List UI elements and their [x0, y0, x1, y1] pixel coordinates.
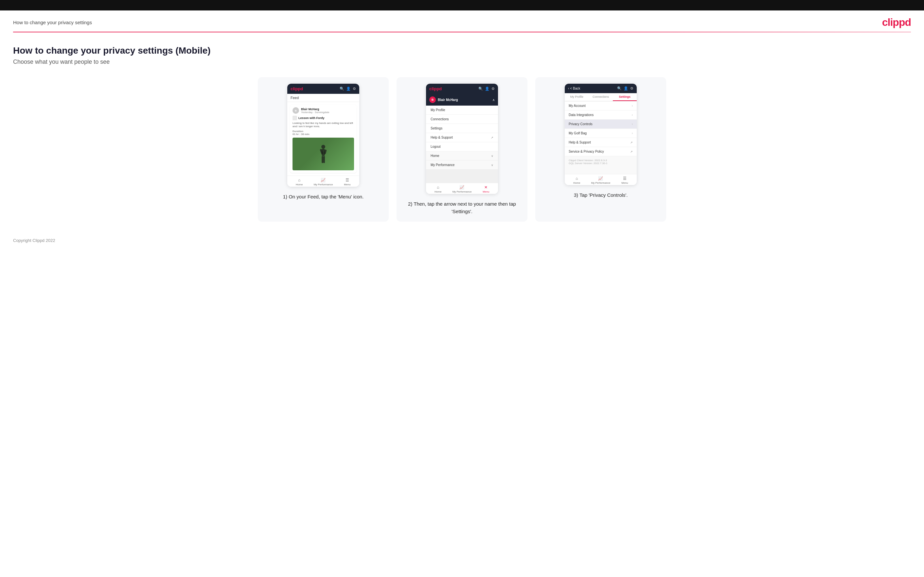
post-header: B Blair McHarg Yesterday · Sunningdale	[292, 107, 354, 114]
bottom-home: ⌂ Home	[287, 178, 311, 186]
phone-3-nav-icons: 🔍 👤 ⚙	[617, 86, 633, 90]
menu-item-connections[interactable]: Connections	[426, 115, 498, 124]
settings-back-bar: ‹ < Back 🔍 👤 ⚙	[565, 84, 637, 93]
settings-item-account[interactable]: My Account ›	[565, 102, 637, 111]
post-title-row: Lesson with Fordy	[292, 116, 354, 120]
phone-3-bottom-bar: ⌂ Home 📈 My Performance ☰ Menu	[565, 174, 637, 185]
logo: clippd	[882, 16, 911, 29]
search-icon-3: 🔍	[617, 86, 622, 90]
phone-2-logo: clippd	[429, 86, 442, 91]
menu-icon: ☰	[346, 178, 349, 182]
settings-spacer	[565, 168, 637, 174]
bottom-home-3: ⌂ Home	[565, 176, 589, 184]
header: How to change your privacy settings clip…	[0, 10, 924, 32]
chevron-right-icon-3: ›	[632, 122, 633, 126]
steps-container: clippd 🔍 👤 ⚙ Feed B Blair McHarg	[13, 77, 911, 222]
bottom-performance: 📈 My Performance	[311, 178, 335, 186]
tab-settings[interactable]: Settings	[613, 93, 637, 101]
phone-1-nav: clippd 🔍 👤 ⚙	[287, 84, 359, 94]
menu-user-left: B Blair McHarg	[429, 97, 458, 103]
menu-item-settings[interactable]: Settings	[426, 124, 498, 133]
close-icon: ✕	[484, 185, 488, 190]
bottom-performance-3: 📈 My Performance	[589, 176, 612, 184]
feed-post: B Blair McHarg Yesterday · Sunningdale L…	[290, 105, 357, 173]
home-icon-3: ⌂	[575, 176, 578, 181]
settings-icon-2: ⚙	[491, 87, 495, 91]
chevron-up-icon: ∧	[493, 98, 495, 102]
performance-icon: 📈	[321, 178, 326, 182]
phone-1-logo: clippd	[291, 86, 303, 91]
settings-item-help[interactable]: Help & Support ↗	[565, 138, 637, 147]
search-icon: 🔍	[340, 87, 344, 91]
step-1-card: clippd 🔍 👤 ⚙ Feed B Blair McHarg	[258, 77, 389, 222]
menu-item-help[interactable]: Help & Support ↗	[426, 133, 498, 142]
external-icon-3: ↗	[630, 150, 633, 153]
post-title: Lesson with Fordy	[299, 116, 325, 120]
post-user-sub: Yesterday · Sunningdale	[301, 111, 329, 114]
step-3-caption: 3) Tap 'Privacy Controls'.	[574, 192, 628, 199]
version-info: Clippd Client Version: 2022.8.3-3 GQL Se…	[565, 156, 637, 168]
chevron-down-icon: ∨	[491, 154, 493, 158]
menu-icon-3: ☰	[623, 176, 627, 181]
settings-item-privacy-policy[interactable]: Service & Privacy Policy ↗	[565, 147, 637, 156]
performance-icon-3: 📈	[598, 176, 603, 181]
breadcrumb: How to change your privacy settings	[13, 19, 92, 25]
home-icon-2: ⌂	[437, 185, 439, 190]
phone-1-nav-icons: 🔍 👤 ⚙	[340, 87, 356, 91]
settings-tabs: My Profile Connections Settings	[565, 93, 637, 102]
menu-section-performance[interactable]: My Performance ∨	[426, 161, 498, 170]
user-icon-3: 👤	[624, 86, 628, 90]
chevron-right-icon-4: ›	[632, 131, 633, 135]
top-bar	[0, 0, 924, 10]
menu-spacer	[426, 170, 498, 183]
page-title: How to change your privacy settings (Mob…	[13, 45, 911, 56]
golfer-silhouette	[315, 144, 331, 170]
step-3-phone: ‹ < Back 🔍 👤 ⚙ My Profile Connect	[565, 84, 637, 185]
back-button[interactable]: ‹ < Back	[568, 87, 580, 90]
chevron-down-icon-2: ∨	[491, 163, 493, 167]
chevron-right-icon-2: ›	[632, 113, 633, 117]
settings-item-privacy-controls[interactable]: Privacy Controls ›	[565, 120, 637, 129]
tab-connections[interactable]: Connections	[589, 93, 612, 101]
post-duration: Duration 01 hr : 30 min	[292, 130, 354, 136]
bottom-menu: ☰ Menu	[335, 178, 359, 186]
menu-username: Blair McHarg	[438, 98, 458, 102]
step-2-card: clippd 🔍 👤 ⚙ B Blair McHarg	[397, 77, 527, 222]
phone-2-bottom-bar: ⌂ Home 📈 My Performance ✕ Menu	[426, 183, 498, 194]
bottom-performance-2: 📈 My Performance	[450, 185, 474, 193]
menu-item-profile[interactable]: My Profile	[426, 106, 498, 115]
chevron-right-icon: ›	[632, 104, 633, 108]
footer: Copyright Clippd 2022	[0, 228, 924, 250]
step-1-phone: clippd 🔍 👤 ⚙ Feed B Blair McHarg	[287, 84, 359, 187]
menu-item-logout[interactable]: Logout	[426, 142, 498, 152]
settings-icon-3: ⚙	[630, 86, 633, 90]
page-subtitle: Choose what you want people to see	[13, 58, 911, 65]
settings-item-data-integrations[interactable]: Data Integrations ›	[565, 111, 637, 120]
search-icon-2: 🔍	[478, 87, 483, 91]
settings-item-golf-bag[interactable]: My Golf Bag ›	[565, 129, 637, 138]
post-user-name: Blair McHarg	[301, 108, 329, 111]
menu-avatar: B	[429, 97, 436, 103]
menu-overlay: B Blair McHarg ∧ My Profile Connections …	[426, 94, 498, 183]
step-3-card: ‹ < Back 🔍 👤 ⚙ My Profile Connect	[535, 77, 666, 222]
external-icon-2: ↗	[630, 141, 633, 144]
user-icon: 👤	[346, 87, 351, 91]
user-icon-2: 👤	[485, 87, 489, 91]
menu-user-row: B Blair McHarg ∧	[426, 94, 498, 106]
tab-my-profile[interactable]: My Profile	[565, 93, 589, 101]
external-icon: ↗	[491, 136, 493, 139]
avatar: B	[292, 107, 299, 114]
step-2-caption: 2) Then, tap the arrow next to your name…	[403, 200, 521, 215]
bottom-menu-3: ☰ Menu	[613, 176, 637, 184]
step-1-caption: 1) On your Feed, tap the 'Menu' icon.	[283, 193, 364, 201]
performance-icon-2: 📈	[459, 185, 464, 190]
back-chevron-icon: ‹	[568, 87, 569, 90]
svg-point-0	[321, 145, 325, 149]
svg-rect-4	[321, 156, 323, 163]
main-content: How to change your privacy settings (Mob…	[0, 32, 924, 228]
phone-2-nav: clippd 🔍 👤 ⚙	[426, 84, 498, 94]
svg-rect-5	[323, 156, 325, 163]
golf-image	[292, 138, 354, 170]
menu-section-home[interactable]: Home ∨	[426, 152, 498, 161]
settings-icon: ⚙	[353, 87, 356, 91]
